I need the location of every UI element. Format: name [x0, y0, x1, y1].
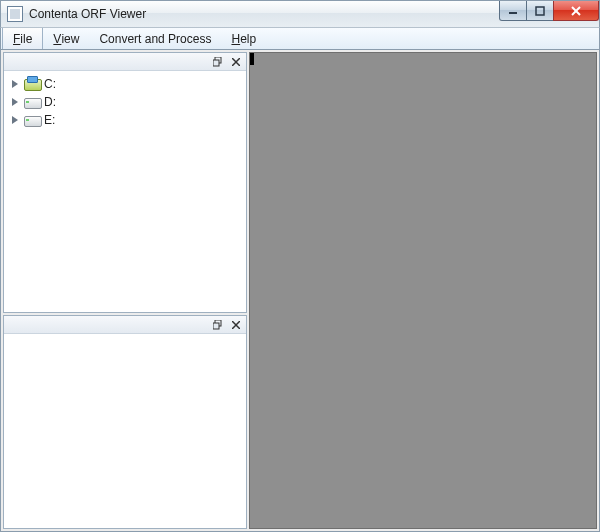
menu-bar: FileViewConvert and ProcessHelp [0, 28, 600, 50]
client-area: C:D:E: [0, 50, 600, 532]
minimize-icon [508, 6, 518, 16]
folder-tree[interactable]: C:D:E: [4, 71, 246, 312]
expander-icon[interactable] [10, 79, 20, 89]
preview-area [4, 334, 246, 528]
close-icon [232, 58, 240, 66]
svg-rect-12 [213, 323, 219, 329]
hard-drive-icon [24, 95, 40, 109]
drive-label: D: [44, 95, 56, 109]
undock-button[interactable] [212, 319, 224, 331]
maximize-button[interactable] [526, 1, 554, 21]
svg-rect-0 [509, 12, 517, 14]
preview-panel-header [4, 316, 246, 334]
title-bar: Contenta ORF Viewer [0, 0, 600, 28]
drive-node[interactable]: C: [6, 75, 244, 93]
preview-panel [3, 315, 247, 529]
expander-icon[interactable] [10, 97, 20, 107]
svg-rect-5 [213, 60, 219, 66]
close-icon [570, 6, 582, 16]
svg-marker-10 [12, 116, 18, 124]
panel-close-button[interactable] [230, 56, 242, 68]
menu-item-view[interactable]: View [43, 28, 89, 49]
close-button[interactable] [553, 1, 599, 21]
drive-node[interactable]: D: [6, 93, 244, 111]
menu-item-convert-and-process[interactable]: Convert and Process [89, 28, 221, 49]
minimize-button[interactable] [499, 1, 527, 21]
sidebar: C:D:E: [3, 52, 247, 529]
window-title: Contenta ORF Viewer [29, 7, 146, 21]
svg-rect-1 [536, 7, 544, 15]
system-drive-icon [24, 77, 40, 91]
app-icon [7, 6, 23, 22]
text-caret [250, 53, 254, 65]
undock-button[interactable] [212, 56, 224, 68]
close-icon [232, 321, 240, 329]
folder-tree-header [4, 53, 246, 71]
undock-icon [213, 320, 223, 330]
window-control-group [500, 1, 599, 21]
svg-marker-9 [12, 98, 18, 106]
folder-tree-panel: C:D:E: [3, 52, 247, 313]
maximize-icon [535, 6, 545, 16]
hard-drive-icon [24, 113, 40, 127]
panel-close-button[interactable] [230, 319, 242, 331]
drive-label: E: [44, 113, 55, 127]
image-viewer[interactable] [249, 52, 597, 529]
drive-label: C: [44, 77, 56, 91]
drive-node[interactable]: E: [6, 111, 244, 129]
expander-icon[interactable] [10, 115, 20, 125]
svg-marker-8 [12, 80, 18, 88]
menu-item-help[interactable]: Help [221, 28, 266, 49]
undock-icon [213, 57, 223, 67]
menu-item-file[interactable]: File [2, 28, 43, 49]
